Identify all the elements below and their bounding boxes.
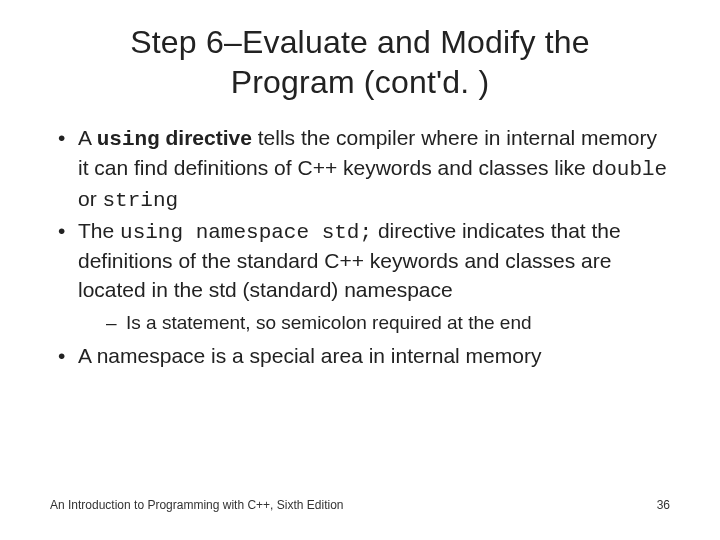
footer-page-number: 36 <box>657 498 670 512</box>
b2-code-usingns: using namespace std; <box>120 221 372 244</box>
bullet-3: A namespace is a special area in interna… <box>50 342 670 370</box>
title-line-2: Program (cont'd. ) <box>231 64 490 100</box>
bullet-2: The using namespace std; directive indic… <box>50 217 670 336</box>
bullet-1: A using directive tells the compiler whe… <box>50 124 670 215</box>
bullet-2-sub-1: Is a statement, so semicolon required at… <box>78 310 670 336</box>
b1-code-using: using <box>97 128 160 151</box>
bullet-2-sublist: Is a statement, so semicolon required at… <box>78 310 670 336</box>
footer-book-title: An Introduction to Programming with C++,… <box>50 498 343 512</box>
b1-text-a: A <box>78 126 97 149</box>
bullet-list: A using directive tells the compiler whe… <box>50 124 670 370</box>
b1-code-double: double <box>592 158 668 181</box>
b3-text: A namespace is a special area in interna… <box>78 344 541 367</box>
title-line-1: Step 6–Evaluate and Modify the <box>130 24 590 60</box>
b1-text-or: or <box>78 187 103 210</box>
b1-code-string: string <box>103 189 179 212</box>
b1-text-directive: directive <box>160 126 252 149</box>
slide: Step 6–Evaluate and Modify the Program (… <box>0 0 720 540</box>
slide-title: Step 6–Evaluate and Modify the Program (… <box>50 22 670 102</box>
b2-text-a: The <box>78 219 120 242</box>
b2-sub1-text: Is a statement, so semicolon required at… <box>126 312 532 333</box>
